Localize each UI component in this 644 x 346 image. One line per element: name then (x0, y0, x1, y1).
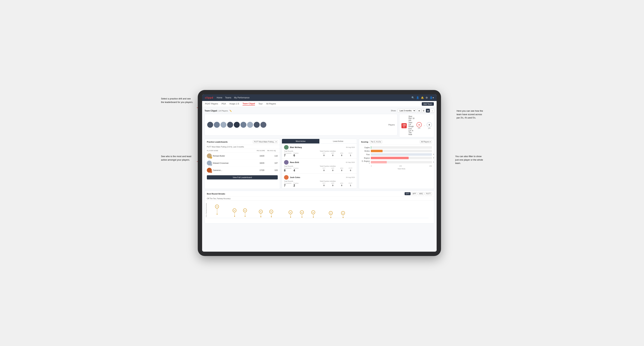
table-row: 3 Cameron... 17/20 103 (205, 167, 280, 174)
shot-badge: 198 SC (402, 123, 407, 128)
scoring-header: Scoring Par 3, 4 & 5s All Players ▾ (359, 139, 434, 145)
user-icon[interactable]: 👤 (416, 96, 419, 99)
profile-icon[interactable]: 👤▾ (430, 96, 434, 99)
subnav-pgat[interactable]: PGAT Players (205, 103, 218, 105)
streak-filter-app[interactable]: APP (411, 192, 417, 195)
practice-activities-group-2: Total Practice Activities OTT APP ARG PU… (320, 165, 355, 172)
navbar-links: Home Teams My Performance (217, 96, 249, 99)
player-avatar-3[interactable] (220, 122, 226, 128)
pin-6x-2: 6x (243, 208, 247, 217)
pin-5x-2: 5x (269, 210, 273, 217)
pin-3x-2: 3x (341, 211, 345, 218)
subnav-all-players[interactable]: All Players (266, 103, 276, 105)
bar-row-birdies: Birdies 96 (361, 150, 432, 152)
shot-info: Shot Dist: 16 yds Start Lie: Rough End L… (408, 116, 415, 136)
subnav: PGAT Players PGA Hcaps 1-5 Team Clippd T… (202, 101, 436, 107)
table-row: 2 Edward Crossman 18/20 107 (205, 160, 280, 167)
team-header: Team Clippd | 14 Players ✏️ Show: Last 3… (204, 109, 434, 113)
practice-leaderboards-card: Practice Leaderboards PUTT Must Make Put… (204, 139, 280, 189)
subnav-hcaps[interactable]: Hcaps 1-5 (230, 103, 239, 105)
player-score-1: 19/20 (257, 155, 267, 157)
tournament-rounds-1: Tournament 7 (284, 152, 292, 157)
rounds-row-3: Tournament 7 Practice 2 (284, 182, 319, 187)
rounds-row-2: Tournament 8 Practice 4 (284, 168, 319, 172)
shot-circle-start: 16 (416, 122, 422, 127)
streaks-title: Best Round Streaks (207, 193, 225, 195)
tab-least-active[interactable]: Least Active (320, 139, 357, 144)
show-period-select[interactable]: Last 3 months (398, 109, 416, 112)
total-rounds-group-3: Total Rounds Tournament 7 Practice (284, 180, 319, 187)
tournament-rounds-2: Tournament 8 (284, 168, 292, 172)
three-col-section: Practice Leaderboards PUTT Must Make Put… (204, 139, 434, 189)
streaks-filters: OTT APP ARG PUTT (404, 192, 432, 195)
view-grid-icon[interactable]: ⊞ (417, 109, 421, 113)
settings-icon[interactable]: ⚙ (426, 96, 428, 99)
subnav-team-clippd[interactable]: Team Clippd (242, 102, 255, 106)
nav-home[interactable]: Home (217, 96, 222, 99)
practice-rounds-1: Practice 6 (294, 152, 298, 157)
activity-tabs: Most Active Least Active (282, 139, 357, 144)
player-score-2: 18/20 (257, 162, 267, 164)
player-avatar-2[interactable] (214, 122, 220, 128)
view-card-icon[interactable]: ▦ (426, 109, 430, 113)
view-full-leaderboard-button[interactable]: View Full Leaderboard (207, 175, 278, 179)
scoring-par-filter[interactable]: Par 3, 4 & 5s (370, 140, 382, 143)
pin-5x-1: 5x (259, 210, 263, 217)
player-name-1: Richard Butler (213, 155, 225, 157)
team-title: Team Clippd | 14 Players ✏️ (204, 109, 232, 112)
bar-container-eagles: 3 (371, 146, 432, 149)
player-avatar-7[interactable] (247, 122, 253, 128)
activity-avatar-3 (284, 175, 288, 180)
bar-row-eagles: Eagles 3 (361, 146, 432, 149)
total-rounds-group-2: Total Rounds Tournament 8 Practice (284, 165, 319, 172)
shot-circles: 16 yds → 0 yds (416, 122, 432, 129)
view-sort-icon[interactable]: ↕ (430, 109, 434, 113)
streak-filter-arg[interactable]: ARG (418, 192, 424, 195)
add-team-button[interactable]: Add Team (422, 102, 434, 106)
player-avatar-1[interactable] (207, 122, 213, 128)
activity-date-3: 26 Aug 2023 (346, 176, 355, 178)
streak-filter-ott[interactable]: OTT (404, 192, 410, 195)
shot-circle-end: 0 (427, 122, 432, 127)
players-label: Players (388, 124, 395, 126)
player-info-2: 2 Edward Crossman (207, 161, 257, 166)
activity-stats-3: Total Rounds Tournament 7 Practice (284, 180, 355, 187)
player-avatar-8[interactable] (254, 122, 260, 128)
leaderboard-subtitle: PUTT Must Make Putting (3-6 ft), Last 3 … (205, 145, 280, 149)
activity-player-header-2: Rees Britt 02 Sep 2023 (284, 160, 355, 165)
activities-cols-2: OTT APP ARG PUTT 0 0 0 0 (320, 168, 355, 172)
pin-6x-1: 6x (232, 208, 236, 217)
player-avatar-4[interactable] (227, 122, 233, 128)
leaderboard-col-headers: PLAYER NAME PB SCORE PB AVG SQ (205, 149, 280, 152)
add-team-container: Add Team (422, 102, 434, 106)
list-item: Rees Britt 02 Sep 2023 Total Rounds Tour… (282, 159, 357, 174)
scoring-title: Scoring (361, 141, 368, 143)
nav-teams[interactable]: Teams (225, 96, 231, 99)
chart-x-axis: 0 200 400 (361, 165, 432, 168)
navbar: clippd Home Teams My Performance 🔍 👤 🔔 ⚙… (202, 94, 436, 101)
players-area: Players 198 SC Shot Dist: 16 yds Start L… (204, 114, 434, 137)
player-avatar-5[interactable] (234, 122, 240, 128)
leaderboard-filter[interactable]: PUTT Must Make Putting... ▾ (253, 140, 278, 143)
nav-my-performance[interactable]: My Performance (234, 96, 250, 99)
brand-logo: clippd (205, 96, 213, 99)
player-info-3: 3 Cameron... (207, 168, 257, 173)
streak-filter-putt[interactable]: PUTT (425, 192, 432, 195)
bar-fill-birdies (371, 150, 382, 152)
scoring-players-filter[interactable]: All Players ▾ (420, 140, 432, 143)
view-list-icon[interactable]: ☰ (422, 109, 426, 113)
bell-icon[interactable]: 🔔 (421, 96, 424, 99)
pin-7x-1: 7x (215, 205, 219, 215)
player-score-3: 17/20 (257, 169, 267, 171)
player-avatar-6[interactable] (240, 122, 246, 128)
bar-fill-eagles (371, 146, 371, 149)
activity-avatar-2 (284, 160, 288, 165)
list-item: Blair McHarg 26 Aug 2023 Total Rounds To… (282, 144, 357, 159)
subnav-pga[interactable]: PGA (222, 103, 226, 105)
subnav-tour[interactable]: Tour (258, 103, 262, 105)
tab-most-active[interactable]: Most Active (282, 139, 320, 144)
activity-name-2: Rees Britt (290, 161, 299, 163)
player-avatar-9[interactable] (260, 122, 266, 128)
search-icon[interactable]: 🔍 (412, 96, 414, 99)
scoring-card: Scoring Par 3, 4 & 5s All Players ▾ Eagl… (359, 139, 434, 189)
